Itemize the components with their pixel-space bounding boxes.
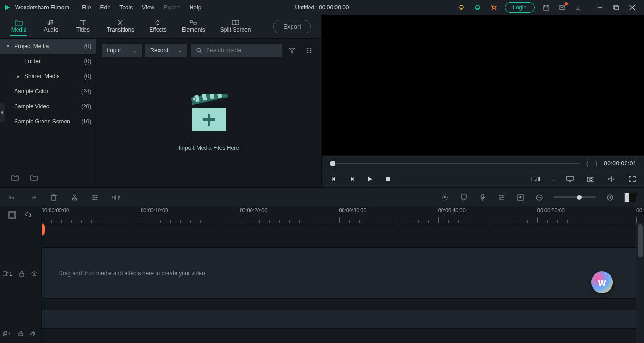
preview-scrubber-handle[interactable] xyxy=(330,161,335,166)
tab-effects[interactable]: Effects xyxy=(142,16,174,37)
timeline-body[interactable]: 00:00:00:0000:00:10:0000:00:20:0000:00:3… xyxy=(42,206,644,343)
assistant-badge[interactable]: w xyxy=(591,271,613,293)
export-button[interactable]: Export xyxy=(273,20,311,33)
mark-out-button[interactable]: } xyxy=(595,160,597,167)
fullscreen-icon[interactable] xyxy=(625,173,639,185)
tab-titles[interactable]: Titles xyxy=(67,16,99,37)
track-manager-icon[interactable] xyxy=(8,211,16,219)
sidebar-item[interactable]: Sample Video(20) xyxy=(0,99,96,114)
import-dropdown[interactable]: Import⌄ xyxy=(102,44,142,57)
play-button[interactable] xyxy=(363,173,377,185)
waveform-icon[interactable] xyxy=(111,193,121,202)
svg-line-20 xyxy=(200,51,202,53)
save-icon[interactable] xyxy=(541,3,551,12)
cart-icon[interactable] xyxy=(489,3,498,12)
snapshot-icon[interactable] xyxy=(584,173,598,185)
link-icon[interactable] xyxy=(25,211,32,219)
display-icon[interactable] xyxy=(563,173,577,185)
lock-icon[interactable] xyxy=(19,271,25,277)
sidebar-item[interactable]: ▾Project Media(0) xyxy=(0,39,96,54)
stop-button[interactable] xyxy=(381,173,395,185)
media-search-box[interactable] xyxy=(191,44,282,57)
svg-point-22 xyxy=(309,48,310,49)
window-maximize-button[interactable] xyxy=(608,0,624,15)
zoom-slider[interactable] xyxy=(553,196,596,198)
marker-shield-icon[interactable] xyxy=(459,193,468,202)
mark-in-button[interactable]: { xyxy=(586,160,589,167)
svg-point-59 xyxy=(96,196,97,198)
import-label: Import xyxy=(107,47,123,54)
svg-marker-80 xyxy=(7,272,8,276)
tab-media[interactable]: Media xyxy=(3,16,35,37)
sidebar-item[interactable]: Sample Green Screen(10) xyxy=(0,114,96,129)
zoom-in-icon[interactable] xyxy=(605,193,615,202)
download-icon[interactable] xyxy=(573,3,583,12)
assistant-badge-label: w xyxy=(598,276,606,288)
tab-split-screen[interactable]: Split Screen xyxy=(213,16,259,37)
audio-mixer-icon[interactable] xyxy=(497,193,506,202)
support-icon[interactable] xyxy=(473,3,482,12)
redo-icon[interactable] xyxy=(28,193,38,202)
zoom-out-icon[interactable] xyxy=(535,193,544,202)
preview-scrubber[interactable] xyxy=(330,163,580,164)
timeline-scrollbar-thumb[interactable] xyxy=(638,224,643,257)
svg-marker-18 xyxy=(1,110,3,115)
playhead[interactable] xyxy=(42,206,42,343)
tab-elements[interactable]: Elements xyxy=(174,16,213,37)
preview-quality-dropdown[interactable]: Full⌄ xyxy=(531,174,556,184)
volume-icon[interactable] xyxy=(604,173,619,185)
speaker-icon[interactable] xyxy=(30,331,37,336)
step-forward-button[interactable] xyxy=(345,173,359,185)
preview-canvas[interactable] xyxy=(322,15,644,155)
sidebar-item[interactable]: Folder(0) xyxy=(0,54,96,69)
timeline-ruler[interactable]: 00:00:00:0000:00:10:0000:00:20:0000:00:3… xyxy=(42,206,644,223)
step-back-button[interactable] xyxy=(327,173,341,185)
menu-file[interactable]: File xyxy=(77,0,95,15)
search-icon xyxy=(196,47,202,54)
render-icon[interactable] xyxy=(440,193,450,202)
folder-open-icon[interactable] xyxy=(30,174,38,181)
voiceover-icon[interactable] xyxy=(478,193,487,202)
ruler-label: 00:00:20:00 xyxy=(240,207,267,213)
filter-icon[interactable] xyxy=(285,44,299,57)
sidebar-item-count: (24) xyxy=(81,88,91,95)
lock-icon[interactable] xyxy=(18,331,24,336)
audio-track[interactable] xyxy=(42,310,644,329)
tab-audio[interactable]: Audio xyxy=(35,16,67,37)
menu-help[interactable]: Help xyxy=(185,0,206,15)
sidebar-collapse-handle[interactable] xyxy=(0,103,5,122)
timeline-layout-toggle[interactable] xyxy=(624,193,636,202)
grid-view-icon[interactable] xyxy=(302,44,316,57)
media-search-input[interactable] xyxy=(206,47,277,54)
window-minimize-button[interactable] xyxy=(592,0,608,15)
svg-rect-81 xyxy=(20,273,24,276)
record-dropdown[interactable]: Record⌄ xyxy=(145,44,187,57)
clapperboard-icon xyxy=(188,94,230,135)
transition-icon xyxy=(116,19,125,26)
menu-view[interactable]: View xyxy=(137,0,159,15)
message-icon[interactable] xyxy=(557,3,567,12)
adjust-icon[interactable] xyxy=(91,193,100,202)
media-drop-zone[interactable]: Import Media Files Here xyxy=(96,58,321,187)
delete-icon[interactable] xyxy=(49,193,59,202)
video-track-header: 1 xyxy=(0,248,41,299)
svg-point-27 xyxy=(307,52,308,53)
playhead-handle[interactable] xyxy=(42,223,45,236)
video-track[interactable]: Drag and drop media and effects here to … xyxy=(42,248,644,299)
keyframe-icon[interactable] xyxy=(516,193,525,202)
sidebar-item[interactable]: Sample Color(24) xyxy=(0,84,96,99)
menu-edit[interactable]: Edit xyxy=(96,0,115,15)
zoom-slider-handle[interactable] xyxy=(577,195,582,200)
tab-transitions[interactable]: Transitions xyxy=(99,16,142,37)
menu-tools[interactable]: Tools xyxy=(115,0,137,15)
split-icon[interactable] xyxy=(70,193,79,202)
new-folder-icon[interactable] xyxy=(11,174,19,181)
window-close-button[interactable] xyxy=(624,0,640,15)
sidebar-item[interactable]: ▸Shared Media(0) xyxy=(0,69,96,84)
login-button[interactable]: Login xyxy=(505,2,535,13)
idea-icon[interactable] xyxy=(457,3,466,12)
undo-icon[interactable] xyxy=(8,193,17,202)
eye-icon[interactable] xyxy=(31,271,38,276)
timeline-scrollbar[interactable] xyxy=(636,223,644,343)
menu-bar: File Edit Tools View Export Help xyxy=(77,0,206,15)
